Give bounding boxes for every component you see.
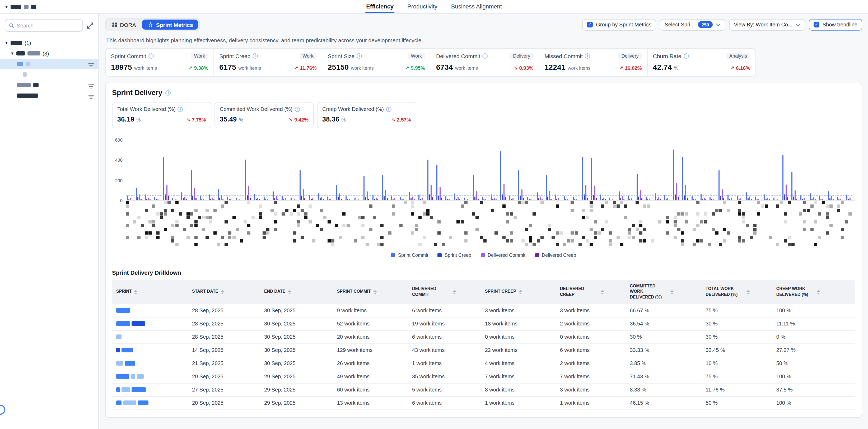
tab-business-alignment[interactable]: Business Alignment	[450, 0, 503, 13]
table-cell: 30 %	[701, 317, 772, 330]
bar-group	[382, 175, 388, 200]
redacted-pixel	[460, 220, 464, 223]
redacted-pixel	[312, 239, 315, 243]
redacted-label	[26, 62, 30, 66]
bar	[377, 200, 378, 200]
search-input[interactable]	[17, 23, 79, 28]
sort-icon[interactable]	[221, 290, 224, 294]
trend-down-icon: ↘	[186, 117, 190, 123]
sort-icon[interactable]	[519, 290, 522, 294]
list-filter-icon[interactable]	[88, 92, 94, 102]
search-input-wrap[interactable]	[5, 19, 83, 32]
redacted-pixel	[628, 232, 631, 235]
bar	[702, 198, 703, 201]
column-header: SPRINT COMMIT	[333, 280, 408, 304]
legend-item-delivered-commit[interactable]: Delivered Commit	[481, 252, 525, 258]
legend-item-sprint-creep[interactable]: Sprint Creep	[438, 252, 471, 258]
table-cell: 30 Sep, 2025	[260, 330, 333, 343]
bar	[305, 198, 306, 200]
table-cell: 36.54 %	[625, 317, 701, 330]
bar	[833, 199, 834, 200]
sidebar-item[interactable]	[0, 59, 98, 69]
redacted-pixel	[712, 228, 715, 231]
select-sprints-dropdown[interactable]: Select Spri... 250	[660, 19, 725, 30]
sort-icon[interactable]	[817, 290, 820, 294]
redacted-pixel	[320, 228, 323, 231]
redacted-pixel	[704, 212, 707, 216]
bar-group	[737, 196, 743, 200]
list-filter-icon[interactable]	[88, 61, 94, 70]
bar	[741, 200, 743, 200]
sort-icon[interactable]	[746, 290, 749, 294]
redacted-pixel	[525, 228, 528, 231]
runner-icon	[148, 22, 153, 28]
tab-productivity[interactable]: Productivity	[406, 0, 438, 13]
bar	[839, 200, 840, 200]
redacted-pixel	[476, 216, 479, 219]
show-trendline-checkbox[interactable]: ✓ Show trendline	[809, 19, 862, 30]
redacted-pixel	[267, 232, 270, 235]
bar-group	[290, 197, 297, 200]
expand-sidebar-icon[interactable]	[87, 22, 94, 29]
bar	[427, 160, 428, 200]
info-icon[interactable]: i	[252, 53, 258, 59]
info-icon[interactable]: i	[166, 90, 171, 95]
chevron-down-icon[interactable]: ▾	[11, 51, 13, 56]
sort-icon[interactable]	[373, 290, 377, 294]
view-by-dropdown[interactable]: View By: Work Item Co...	[729, 19, 805, 30]
chart-x-axis-labels-redacted	[126, 201, 855, 248]
redacted-pixel	[696, 239, 700, 243]
bar	[383, 196, 384, 200]
sort-icon[interactable]	[134, 290, 137, 294]
bar-group	[391, 196, 397, 200]
bar	[445, 196, 446, 200]
legend-item-delivered-creep[interactable]: Delivered Creep	[535, 252, 576, 258]
sort-icon[interactable]	[671, 290, 674, 294]
sort-icon[interactable]	[453, 290, 456, 294]
chevron-down-icon[interactable]: ▾	[5, 40, 8, 45]
sort-icon[interactable]	[288, 290, 291, 294]
group-by-checkbox[interactable]: ✓ Group by Sprint Metrics	[582, 19, 656, 30]
bar	[573, 197, 574, 200]
redacted-pixel	[708, 243, 711, 246]
redacted-pixel	[145, 235, 148, 239]
redacted-pixel	[620, 243, 623, 246]
y-tick-label: 0	[120, 198, 123, 204]
info-icon[interactable]: i	[294, 106, 300, 112]
info-icon[interactable]: i	[386, 106, 391, 112]
info-icon[interactable]: i	[356, 53, 362, 59]
redacted-pixel	[373, 216, 376, 219]
bar	[733, 200, 734, 200]
sidebar-item[interactable]	[0, 90, 98, 101]
tab-efficiency[interactable]: Efficiency	[365, 0, 395, 13]
workspace-selector[interactable]: ▾	[5, 4, 36, 9]
sprint-cell	[112, 396, 188, 409]
kpi-title-text: Churn Rate	[653, 53, 681, 59]
info-icon[interactable]: i	[585, 53, 590, 59]
dora-button[interactable]: DORA	[107, 20, 141, 30]
bar	[200, 196, 201, 200]
redacted-pixel	[194, 243, 197, 246]
list-filter-icon[interactable]	[88, 82, 94, 91]
sprint-metrics-button[interactable]: Sprint Metrics	[143, 20, 198, 30]
trend-down-icon: ↘	[391, 117, 395, 123]
redacted-pixel	[605, 220, 608, 223]
trend-indicator: ↗9.38%	[188, 65, 209, 71]
info-icon[interactable]: i	[148, 53, 153, 59]
info-icon[interactable]: i	[178, 106, 183, 112]
sidebar-item[interactable]: ▾(3)	[0, 48, 98, 59]
info-icon[interactable]: i	[683, 53, 689, 59]
sidebar-item[interactable]	[0, 80, 98, 90]
sort-icon[interactable]	[601, 290, 604, 294]
redacted-pixel	[145, 208, 148, 212]
redacted-pixel	[297, 212, 300, 216]
bar-group	[482, 197, 488, 200]
sidebar-item[interactable]: ▾(1)	[0, 37, 98, 48]
redacted-pixel	[674, 235, 677, 239]
redacted-block	[122, 348, 133, 353]
sidebar-item[interactable]	[0, 69, 98, 80]
redacted-pixel	[753, 228, 756, 231]
info-icon[interactable]: i	[482, 53, 488, 59]
legend-item-sprint-commit[interactable]: Sprint Commit	[391, 252, 428, 258]
redacted-block	[116, 400, 122, 405]
